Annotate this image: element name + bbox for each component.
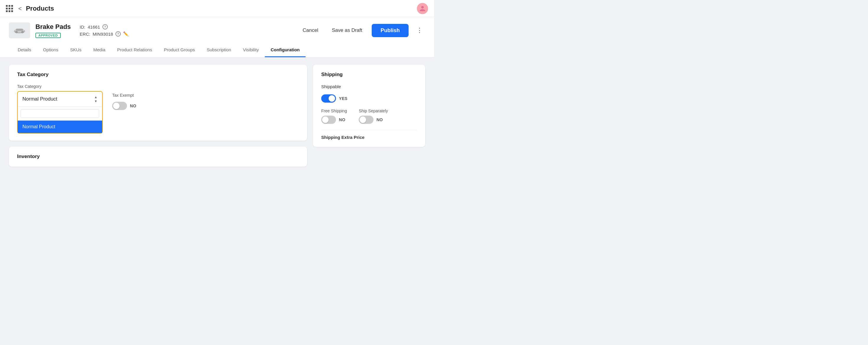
free-shipping-toggle[interactable]: [321, 115, 336, 124]
svg-point-6: [22, 32, 23, 33]
shippable-toggle-knob: [329, 95, 335, 102]
tax-exempt-toggle[interactable]: [112, 102, 127, 110]
grid-menu-icon[interactable]: [6, 5, 13, 12]
header-actions: Cancel Save as Draft Publish ⋮: [299, 24, 425, 37]
tab-skus[interactable]: SKUs: [64, 43, 87, 57]
svg-rect-2: [16, 29, 23, 31]
inventory-title: Inventory: [17, 153, 299, 160]
top-nav: < Products: [0, 0, 434, 17]
shipping-title: Shipping: [321, 72, 417, 77]
save-draft-button[interactable]: Save as Draft: [328, 25, 366, 36]
tax-category-dropdown-container: Normal Product ▲ ▼ Normal Product: [17, 91, 103, 134]
tab-product-groups[interactable]: Product Groups: [158, 43, 201, 57]
shippable-toggle[interactable]: [321, 94, 336, 103]
shipping-extra-price-label: Shipping Extra Price: [321, 130, 417, 140]
ship-separately-item: Ship Separately NO: [359, 108, 388, 124]
tab-product-relations[interactable]: Product Relations: [111, 43, 158, 57]
free-shipping-toggle-row: NO: [321, 115, 347, 124]
tax-category-selected-value: Normal Product: [23, 96, 57, 102]
avatar[interactable]: [417, 3, 428, 14]
shippable-label: Shippable: [321, 84, 341, 89]
tab-visibility[interactable]: Visibility: [237, 43, 265, 57]
tab-media[interactable]: Media: [87, 43, 111, 57]
status-badge: APPROVED: [35, 33, 61, 38]
free-shipping-item: Free Shipping NO: [321, 108, 347, 124]
dropdown-item-normal-product[interactable]: Normal Product: [18, 120, 102, 133]
main-content: Tax Category Tax Category Normal Product…: [0, 58, 434, 174]
cancel-button[interactable]: Cancel: [299, 25, 322, 36]
dropdown-search-input[interactable]: [21, 109, 99, 118]
tab-details[interactable]: Details: [12, 43, 37, 57]
tabs: Details Options SKUs Media Product Relat…: [9, 43, 425, 57]
free-shipping-label: Free Shipping: [321, 108, 347, 113]
shipping-card: Shipping Shippable YES Free Shipping: [313, 65, 425, 147]
tax-category-card: Tax Category Tax Category Normal Product…: [9, 65, 307, 141]
inventory-card: Inventory: [9, 146, 307, 167]
tax-exempt-label: Tax Exempt: [112, 93, 136, 98]
erc-info-icon[interactable]: ?: [116, 31, 121, 37]
ship-separately-label: Ship Separately: [359, 108, 388, 113]
id-info-icon[interactable]: ?: [102, 24, 108, 30]
product-title-block: Brake Pads APPROVED: [35, 23, 71, 38]
tax-category-select-wrapper: Tax Category Normal Product ▲ ▼: [17, 84, 103, 134]
ship-separately-toggle-knob: [360, 116, 366, 123]
publish-button[interactable]: Publish: [372, 24, 409, 37]
ship-separately-toggle[interactable]: [359, 115, 373, 124]
tab-configuration[interactable]: Configuration: [265, 43, 306, 57]
shippable-row: Shippable: [321, 84, 417, 89]
ship-separately-status: NO: [376, 117, 383, 122]
right-section: Shipping Shippable YES Free Shipping: [313, 65, 425, 167]
erc-edit-icon[interactable]: ✏️: [123, 31, 129, 37]
product-erc: MIN93018: [93, 32, 113, 37]
page-title: Products: [26, 5, 54, 12]
tax-category-field-label: Tax Category: [17, 84, 103, 89]
tax-exempt-status: NO: [130, 104, 136, 108]
product-header: Brake Pads APPROVED ID: 41661 ? ERC: MIN…: [0, 17, 434, 58]
shipping-sub-options: Free Shipping NO Ship Separately: [321, 108, 417, 124]
back-button[interactable]: <: [18, 6, 22, 11]
tax-exempt-toggle-row: NO: [112, 102, 136, 110]
product-image: [9, 23, 30, 38]
ship-separately-toggle-row: NO: [359, 115, 388, 124]
tab-options[interactable]: Options: [37, 43, 64, 57]
product-meta: ID: 41661 ? ERC: MIN93018 ? ✏️: [80, 24, 129, 37]
dropdown-search-area: [18, 107, 102, 120]
svg-point-5: [16, 32, 17, 33]
shippable-toggle-row: YES: [321, 94, 417, 103]
left-section: Tax Category Tax Category Normal Product…: [9, 65, 307, 167]
tax-exempt-block: Tax Exempt NO: [112, 84, 136, 110]
product-name: Brake Pads: [35, 23, 71, 31]
more-options-icon[interactable]: ⋮: [414, 25, 425, 35]
tax-exempt-toggle-knob: [113, 103, 120, 109]
shippable-status: YES: [339, 96, 347, 101]
tax-category-dropdown-menu: Normal Product: [18, 107, 102, 133]
free-shipping-toggle-knob: [322, 116, 329, 123]
select-arrows-icon: ▲ ▼: [94, 95, 97, 103]
product-id: 41661: [88, 25, 100, 30]
tax-category-title: Tax Category: [17, 72, 299, 77]
tax-category-select-box[interactable]: Normal Product ▲ ▼: [18, 92, 102, 107]
free-shipping-status: NO: [339, 117, 345, 122]
tab-subscription[interactable]: Subscription: [201, 43, 237, 57]
